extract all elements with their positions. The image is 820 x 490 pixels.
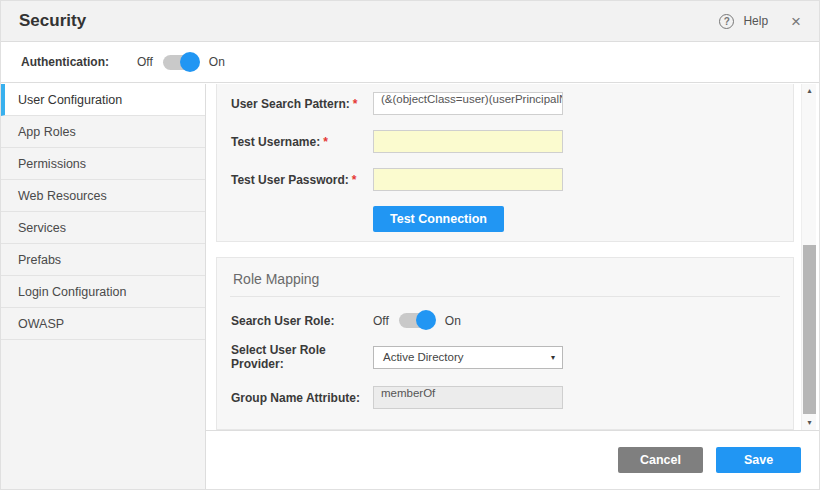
search-user-role-off-label: Off	[373, 314, 389, 328]
page-title: Security	[19, 11, 86, 31]
test-connection-button[interactable]: Test Connection	[373, 206, 504, 232]
required-asterisk: *	[323, 135, 328, 149]
toggle-knob	[416, 310, 436, 330]
group-name-attribute-label: Group Name Attribute:	[231, 391, 373, 405]
scroll-up-icon[interactable]: ▴	[802, 84, 817, 98]
toggle-knob	[180, 52, 200, 72]
sidebar-item-web-resources[interactable]: Web Resources	[1, 180, 205, 212]
search-user-role-label: Search User Role:	[231, 314, 373, 328]
role-mapping-panel: Role Mapping Search User Role: Off On Se…	[216, 257, 794, 430]
scrollbar-thumb[interactable]	[803, 245, 816, 414]
search-user-role-on-label: On	[445, 314, 461, 328]
sidebar-item-prefabs[interactable]: Prefabs	[1, 244, 205, 276]
help-link[interactable]: Help	[743, 14, 768, 28]
test-user-password-input[interactable]	[373, 168, 563, 191]
group-name-attribute-input: memberOf	[373, 386, 563, 409]
select-user-role-provider-label: Select User Role Provider:	[231, 343, 373, 371]
divider	[230, 296, 780, 297]
user-role-provider-select[interactable]: Active Directory ▾	[373, 346, 563, 369]
role-mapping-title: Role Mapping	[231, 258, 779, 296]
settings-content: User Search Pattern:* (&(objectClass=use…	[206, 84, 819, 430]
authentication-label: Authentication:	[21, 55, 109, 69]
cancel-button[interactable]: Cancel	[618, 447, 703, 473]
chevron-down-icon: ▾	[551, 353, 555, 362]
test-username-input[interactable]	[373, 130, 563, 153]
sidebar-item-user-configuration[interactable]: User Configuration	[1, 84, 205, 116]
sidebar-item-login-configuration[interactable]: Login Configuration	[1, 276, 205, 308]
user-search-pattern-input[interactable]: (&(objectClass=user)(userPrincipalName	[373, 92, 563, 115]
authentication-toggle[interactable]	[163, 55, 199, 70]
test-user-password-label: Test User Password:*	[231, 173, 373, 187]
user-config-panel: User Search Pattern:* (&(objectClass=use…	[216, 84, 794, 242]
user-search-pattern-label: User Search Pattern:*	[231, 97, 373, 111]
authentication-on-label: On	[209, 55, 225, 69]
save-button[interactable]: Save	[716, 447, 801, 473]
sidebar-item-services[interactable]: Services	[1, 212, 205, 244]
dialog-header: Security ? Help ×	[1, 1, 819, 42]
scroll-down-icon[interactable]: ▾	[802, 416, 817, 430]
help-icon[interactable]: ?	[719, 14, 734, 29]
close-icon[interactable]: ×	[791, 13, 801, 30]
authentication-bar: Authentication: Off On	[1, 42, 819, 83]
required-asterisk: *	[352, 173, 357, 187]
authentication-off-label: Off	[137, 55, 153, 69]
dialog-footer: Cancel Save	[206, 430, 819, 489]
security-dialog: Security ? Help × Authentication: Off On…	[0, 0, 820, 490]
vertical-scrollbar[interactable]: ▴ ▾	[801, 84, 816, 430]
search-user-role-toggle[interactable]	[399, 313, 435, 328]
test-username-label: Test Username:*	[231, 135, 373, 149]
selected-provider-value: Active Directory	[383, 351, 464, 363]
sidebar-item-owasp[interactable]: OWASP	[1, 308, 205, 340]
sidebar-item-app-roles[interactable]: App Roles	[1, 116, 205, 148]
sidebar-item-permissions[interactable]: Permissions	[1, 148, 205, 180]
settings-sidebar: User Configuration App Roles Permissions…	[1, 84, 206, 489]
required-asterisk: *	[353, 97, 358, 111]
